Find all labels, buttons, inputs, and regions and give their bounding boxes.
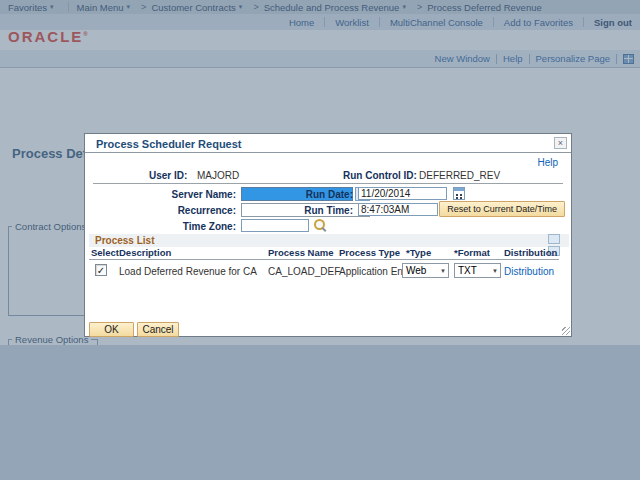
format-select[interactable]: TXT ▼ — [454, 263, 501, 278]
reset-datetime-button[interactable]: Reset to Current Date/Time — [439, 201, 565, 217]
type-select[interactable]: Web ▼ — [402, 263, 449, 278]
dialog-help-link[interactable]: Help — [537, 157, 558, 168]
user-id-value: MAJORD — [197, 170, 239, 181]
process-list-title: Process List — [95, 235, 154, 246]
ok-button[interactable]: OK — [89, 322, 134, 337]
time-zone-label: Time Zone: — [85, 221, 236, 232]
distribution-link[interactable]: Distribution — [504, 266, 554, 277]
column-header-type: *Type — [406, 247, 431, 258]
select-checkbox[interactable]: ✓ — [95, 264, 107, 276]
dialog-run-control-label: Run Control ID: — [343, 170, 417, 181]
cancel-button[interactable]: Cancel — [137, 322, 179, 337]
dialog-title: Process Scheduler Request — [96, 138, 242, 150]
application-window: Favorites ▾ Main Menu ▾ > Customer Contr… — [0, 0, 640, 480]
dialog-titlebar[interactable]: Process Scheduler Request × — [85, 134, 571, 153]
dialog-run-control-value: DEFERRED_REV — [419, 170, 500, 181]
run-date-input[interactable] — [358, 187, 447, 200]
run-time-input[interactable] — [358, 203, 438, 216]
table-header-divider — [89, 259, 559, 260]
lookup-magnifier-icon[interactable] — [313, 218, 327, 232]
run-date-label: Run Date: — [255, 189, 353, 200]
column-header-distribution: Distribution — [504, 247, 557, 258]
dropdown-arrow-icon: ▼ — [440, 268, 446, 274]
grid-zoom-icon[interactable] — [548, 234, 560, 244]
user-id-label: User ID: — [149, 170, 187, 181]
cell-process-name: CA_LOAD_DEF — [268, 266, 340, 277]
column-header-select: Select — [91, 247, 119, 258]
run-time-label: Run Time: — [255, 205, 353, 216]
type-select-value: Web — [406, 265, 426, 276]
column-header-process-type: Process Type — [339, 247, 400, 258]
column-header-process-name: Process Name — [268, 247, 333, 258]
column-header-format: *Format — [454, 247, 490, 258]
close-icon[interactable]: × — [554, 137, 567, 149]
calendar-icon[interactable] — [453, 187, 465, 200]
time-zone-input[interactable] — [241, 219, 309, 232]
recurrence-label: Recurrence: — [85, 205, 236, 216]
divider — [93, 183, 563, 184]
server-name-label: Server Name: — [85, 189, 236, 200]
dialog-resize-handle[interactable] — [562, 327, 570, 335]
process-scheduler-request-dialog: Process Scheduler Request × Help User ID… — [84, 133, 572, 337]
process-list-header-strip: Process List — [89, 234, 569, 247]
format-select-value: TXT — [458, 265, 477, 276]
column-header-description: Description — [119, 247, 171, 258]
check-icon: ✓ — [97, 265, 105, 276]
dropdown-arrow-icon: ▼ — [492, 268, 498, 274]
cell-description: Load Deferred Revenue for CA — [119, 266, 257, 277]
